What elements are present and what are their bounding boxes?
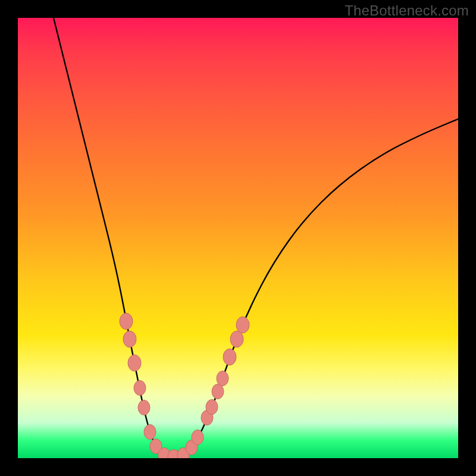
data-marker [138, 400, 150, 415]
bottleneck-curve [54, 18, 458, 457]
data-marker [123, 331, 136, 347]
data-marker [230, 331, 243, 347]
plot-area [18, 18, 458, 458]
watermark-text: TheBottleneck.com [345, 2, 469, 19]
data-marker [206, 400, 218, 415]
data-marker [144, 425, 156, 440]
data-marker [134, 381, 146, 396]
data-marker [128, 355, 141, 371]
chart-frame: TheBottleneck.com [0, 0, 476, 476]
curve-layer [18, 18, 458, 458]
data-marker [212, 384, 224, 399]
data-marker [192, 430, 203, 445]
data-marker [236, 317, 249, 333]
data-marker [223, 349, 236, 365]
data-marker [120, 313, 133, 330]
data-marker [217, 371, 228, 386]
marker-group [120, 313, 249, 458]
